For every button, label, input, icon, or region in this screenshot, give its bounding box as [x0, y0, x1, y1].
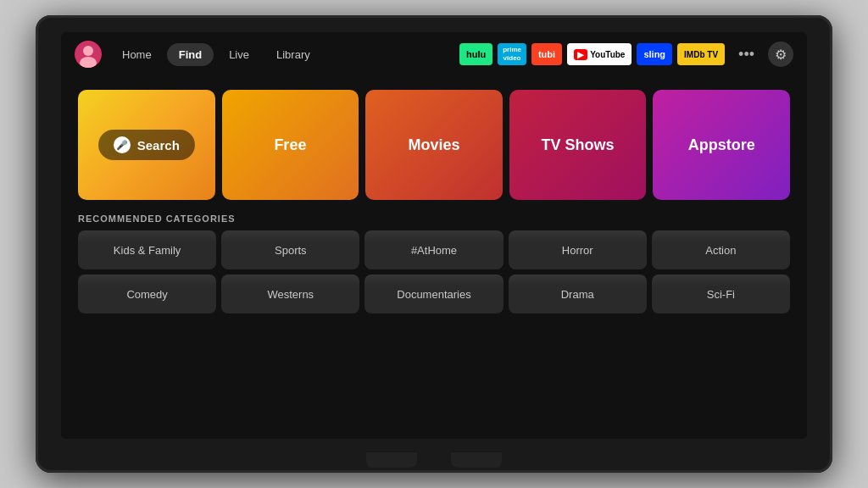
app-prime[interactable]: primevideo [498, 43, 526, 65]
movies-tile[interactable]: Movies [365, 90, 503, 200]
nav-links: Home Find Live Library [110, 43, 451, 66]
tv-stand [349, 442, 519, 468]
category-athome[interactable]: #AtHome [364, 230, 503, 269]
category-kids-family[interactable]: Kids & Family [78, 230, 216, 269]
app-tubi[interactable]: tubi [531, 43, 562, 65]
nav-find[interactable]: Find [167, 43, 214, 66]
category-comedy[interactable]: Comedy [78, 274, 216, 313]
nav-apps: hulu primevideo tubi ▶YouTube sling IMDb… [459, 43, 725, 65]
search-tile[interactable]: 🎤 Search [78, 90, 215, 200]
tv-foot-left [366, 452, 417, 468]
category-westerns[interactable]: Westerns [221, 274, 359, 313]
app-imdb[interactable]: IMDb TV [677, 43, 725, 65]
app-hulu[interactable]: hulu [459, 43, 492, 65]
app-sling[interactable]: sling [637, 43, 672, 65]
category-action[interactable]: Action [652, 230, 790, 269]
app-youtube[interactable]: ▶YouTube [567, 43, 632, 65]
tv-frame: Home Find Live Library hulu primevideo t… [36, 15, 832, 473]
tvshows-tile[interactable]: TV Shows [509, 90, 647, 200]
svg-point-1 [83, 46, 93, 56]
tvshows-label: TV Shows [542, 136, 615, 154]
feature-tiles: 🎤 Search Free Movies TV Shows Appstore [78, 90, 790, 200]
main-content: 🎤 Search Free Movies TV Shows Appstore [61, 76, 807, 439]
category-horror[interactable]: Horror [509, 230, 647, 269]
nav-library[interactable]: Library [264, 43, 322, 66]
settings-button[interactable]: ⚙ [768, 42, 793, 67]
more-button[interactable]: ••• [733, 42, 760, 67]
avatar[interactable] [75, 41, 102, 68]
tv-foot-right [451, 452, 502, 468]
search-button[interactable]: 🎤 Search [98, 130, 195, 160]
search-label: Search [137, 138, 180, 152]
categories-section: RECOMMENDED CATEGORIES Kids & Family Spo… [78, 214, 790, 313]
mic-icon: 🎤 [114, 136, 131, 153]
appstore-tile[interactable]: Appstore [653, 90, 790, 200]
nav-live[interactable]: Live [217, 43, 261, 66]
category-sports[interactable]: Sports [221, 230, 359, 269]
category-scifi[interactable]: Sci-Fi [652, 274, 790, 313]
free-label: Free [274, 136, 306, 154]
categories-grid: Kids & Family Sports #AtHome Horror Acti… [78, 230, 790, 313]
nav-home[interactable]: Home [110, 43, 164, 66]
category-documentaries[interactable]: Documentaries [364, 274, 503, 313]
categories-heading: RECOMMENDED CATEGORIES [78, 214, 790, 224]
movies-label: Movies [408, 136, 459, 154]
category-drama[interactable]: Drama [509, 274, 647, 313]
nav-bar: Home Find Live Library hulu primevideo t… [61, 32, 807, 76]
appstore-label: Appstore [688, 136, 755, 154]
free-tile[interactable]: Free [222, 90, 359, 200]
tv-screen: Home Find Live Library hulu primevideo t… [61, 32, 807, 439]
